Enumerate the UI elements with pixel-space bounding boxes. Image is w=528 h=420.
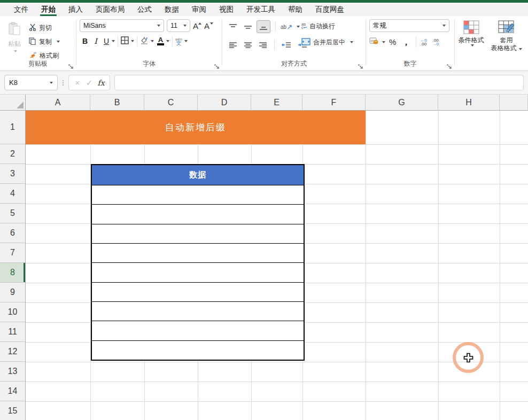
- table-header[interactable]: 数据: [92, 165, 304, 185]
- phonetic-caret-icon[interactable]: [184, 40, 188, 42]
- underline-button[interactable]: U: [101, 37, 112, 45]
- name-box[interactable]: K8: [4, 75, 58, 90]
- decrease-indent-button[interactable]: [279, 38, 293, 51]
- font-name-select[interactable]: MiSans: [80, 19, 164, 32]
- column-header-partial[interactable]: [500, 95, 528, 110]
- menu-tab-5[interactable]: 数据: [158, 3, 185, 16]
- menu-tab-0[interactable]: 文件: [7, 3, 35, 16]
- column-header-C[interactable]: C: [144, 95, 198, 110]
- row-header-10[interactable]: 10: [0, 302, 25, 322]
- clipboard-dialog-launcher[interactable]: [68, 62, 74, 68]
- cut-icon: [29, 24, 36, 33]
- align-bottom-button[interactable]: [257, 20, 270, 33]
- phonetic-button[interactable]: wén 文: [175, 37, 182, 45]
- table-empty-row-1[interactable]: [92, 185, 304, 204]
- font-size-value: 11: [170, 22, 177, 29]
- font-color-bar: [157, 43, 164, 45]
- align-right-button[interactable]: [257, 38, 269, 51]
- table-empty-row-3[interactable]: [92, 224, 304, 243]
- row-header-9[interactable]: 9: [0, 283, 25, 302]
- cancel-button[interactable]: ×: [72, 78, 83, 87]
- increase-font-button[interactable]: A: [193, 21, 201, 30]
- row-header-7[interactable]: 7: [0, 243, 25, 263]
- number-format-select[interactable]: 常规: [369, 19, 449, 32]
- underline-caret-icon[interactable]: [112, 40, 115, 42]
- menu-tab-1[interactable]: 开始: [35, 3, 62, 16]
- column-header-G[interactable]: G: [366, 95, 438, 110]
- row-header-2[interactable]: 2: [0, 144, 25, 164]
- row-header-4[interactable]: 4: [0, 184, 25, 204]
- align-top-button[interactable]: [227, 20, 239, 33]
- decrease-font-button[interactable]: A: [204, 21, 213, 30]
- row-header-11[interactable]: 11: [0, 322, 25, 342]
- table-empty-row-7[interactable]: [92, 301, 304, 321]
- menu-tab-8[interactable]: 开发工具: [240, 3, 282, 16]
- table-empty-row-8[interactable]: [92, 321, 304, 340]
- table-empty-row-6[interactable]: [92, 282, 304, 301]
- font-size-select[interactable]: 11: [167, 19, 190, 32]
- insert-function-button[interactable]: fx: [96, 79, 106, 87]
- cut-button[interactable]: 剪切: [29, 22, 60, 34]
- accounting-caret-icon[interactable]: [382, 41, 385, 43]
- copy-button[interactable]: 复制: [29, 36, 60, 48]
- row-header-14[interactable]: 14: [0, 382, 25, 401]
- font-color-caret-icon[interactable]: [166, 40, 169, 42]
- accounting-format-button[interactable]: cn: [369, 37, 379, 47]
- menu-tab-3[interactable]: 页面布局: [89, 3, 131, 16]
- table-empty-row-2[interactable]: [92, 204, 304, 223]
- align-middle-button[interactable]: [242, 20, 254, 33]
- column-header-B[interactable]: B: [90, 95, 144, 110]
- select-all-button[interactable]: [0, 95, 26, 111]
- font-dialog-launcher[interactable]: [214, 62, 220, 68]
- column-header-E[interactable]: E: [251, 95, 302, 110]
- percent-style-button[interactable]: %: [386, 37, 399, 46]
- menu-tab-9[interactable]: 帮助: [282, 3, 309, 16]
- table-empty-row-9[interactable]: [92, 340, 304, 360]
- borders-button[interactable]: [121, 36, 129, 46]
- align-center-button[interactable]: [242, 38, 254, 51]
- conditional-formatting-button[interactable]: 条件格式: [459, 20, 484, 71]
- format-as-table-button[interactable]: 套用表格格式: [491, 20, 522, 71]
- format-as-table-label2: 表格格式: [491, 44, 517, 52]
- row-header-15[interactable]: 15: [0, 401, 25, 420]
- orientation-caret-icon[interactable]: [297, 26, 300, 28]
- menu-tab-4[interactable]: 公式: [131, 3, 158, 16]
- column-header-F[interactable]: F: [302, 95, 366, 110]
- font-color-button[interactable]: A: [157, 37, 164, 45]
- fill-color-button[interactable]: [140, 36, 149, 46]
- decrease-decimal-button[interactable]: .00→0: [432, 38, 439, 46]
- wrap-text-button[interactable]: abc↩ 自动换行: [301, 19, 353, 33]
- menu-tab-2[interactable]: 插入: [62, 3, 89, 16]
- table-empty-row-4[interactable]: [92, 243, 304, 262]
- row-header-13[interactable]: 13: [0, 362, 25, 382]
- column-header-H[interactable]: H: [438, 95, 500, 110]
- column-header-D[interactable]: D: [198, 95, 251, 110]
- borders-caret-icon[interactable]: [131, 40, 134, 42]
- data-table[interactable]: 数据: [91, 164, 305, 361]
- comma-style-button[interactable]: ，: [400, 36, 412, 48]
- number-dialog-launcher[interactable]: [446, 62, 452, 68]
- merge-center-button[interactable]: 合并后居中: [301, 35, 353, 49]
- row-header-8[interactable]: 8: [0, 263, 25, 283]
- menu-tab-6[interactable]: 审阅: [185, 3, 213, 16]
- bold-button[interactable]: B: [80, 37, 90, 45]
- row-header-1[interactable]: 1: [0, 111, 25, 144]
- column-header-A[interactable]: A: [26, 95, 90, 110]
- menu-tab-7[interactable]: 视图: [213, 3, 240, 16]
- title-banner[interactable]: 自动新增后缀: [26, 111, 366, 144]
- table-empty-row-5[interactable]: [92, 262, 304, 282]
- align-left-button[interactable]: [227, 38, 239, 51]
- row-header-3[interactable]: 3: [0, 164, 25, 184]
- formula-input[interactable]: [114, 75, 524, 90]
- confirm-button[interactable]: ✓: [84, 78, 95, 88]
- alignment-dialog-launcher[interactable]: [358, 62, 363, 68]
- orientation-button[interactable]: ab ↗: [281, 23, 292, 31]
- row-header-12[interactable]: 12: [0, 342, 25, 362]
- formula-bar-handle[interactable]: [63, 80, 64, 85]
- increase-decimal-button[interactable]: ←0.00: [420, 38, 426, 46]
- row-header-5[interactable]: 5: [0, 204, 25, 223]
- row-header-6[interactable]: 6: [0, 223, 25, 243]
- menu-tab-10[interactable]: 百度网盘: [309, 3, 351, 16]
- fill-color-caret-icon[interactable]: [151, 40, 154, 42]
- italic-button[interactable]: I: [90, 37, 101, 45]
